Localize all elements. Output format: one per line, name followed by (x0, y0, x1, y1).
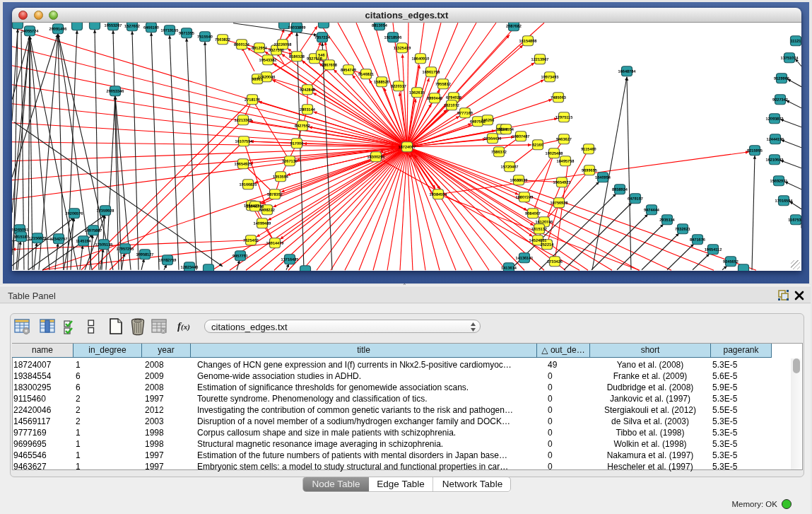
svg-text:14136141: 14136141 (516, 255, 534, 259)
svg-text:16210643: 16210643 (766, 157, 784, 161)
svg-text:7632621: 7632621 (675, 226, 690, 230)
svg-text:1733426: 1733426 (547, 259, 563, 263)
svg-text:17957255: 17957255 (117, 246, 134, 250)
svg-text:3267130: 3267130 (282, 158, 298, 163)
svg-text:2867608: 2867608 (322, 62, 337, 66)
svg-text:12444195: 12444195 (767, 136, 784, 141)
svg-text:10756928: 10756928 (551, 200, 568, 204)
svg-text:18300295: 18300295 (367, 154, 385, 158)
svg-text:12975115: 12975115 (555, 115, 573, 119)
svg-text:1621072: 1621072 (444, 103, 459, 107)
svg-text:16033809: 16033809 (288, 25, 306, 29)
svg-text:16120746: 16120746 (536, 219, 553, 223)
svg-text:19654925: 19654925 (235, 161, 252, 165)
svg-text:11325419: 11325419 (394, 45, 411, 49)
svg-text:12342757: 12342757 (50, 236, 68, 240)
svg-text:10973493: 10973493 (541, 74, 559, 78)
svg-text:11121: 11121 (791, 38, 801, 42)
svg-text:1353594: 1353594 (273, 174, 289, 178)
svg-text:16154808: 16154808 (519, 38, 537, 42)
svg-text:12823446: 12823446 (181, 264, 199, 269)
svg-text:9242848: 9242848 (300, 87, 315, 91)
svg-text:5498222: 5498222 (259, 207, 275, 211)
svg-text:9777169: 9777169 (457, 110, 473, 115)
svg-text:17016504: 17016504 (775, 198, 794, 202)
svg-text:1362615: 1362615 (409, 90, 425, 94)
svg-text:1640954: 1640954 (595, 175, 611, 179)
svg-text:1615132: 1615132 (531, 226, 547, 230)
svg-text:7625402: 7625402 (243, 238, 259, 242)
svg-text:9671355: 9671355 (179, 30, 194, 35)
svg-text:8427552: 8427552 (295, 123, 310, 127)
svg-text:14099489: 14099489 (254, 221, 271, 225)
svg-text:10553267: 10553267 (105, 23, 122, 27)
svg-text:16107554: 16107554 (235, 139, 254, 143)
svg-text:15692971: 15692971 (770, 178, 788, 182)
svg-text:18495758: 18495758 (557, 158, 575, 163)
svg-text:6479197: 6479197 (628, 196, 643, 200)
svg-text:23226058: 23226058 (274, 42, 292, 46)
svg-text:7485063: 7485063 (551, 95, 566, 99)
svg-text:10807487: 10807487 (512, 134, 530, 138)
svg-text:10719155: 10719155 (161, 28, 179, 32)
svg-text:20053346: 20053346 (107, 88, 124, 93)
svg-text:3915187: 3915187 (13, 234, 29, 238)
svg-text:10543382: 10543382 (259, 57, 277, 62)
svg-text:2935114: 2935114 (659, 217, 675, 221)
svg-text:7563822: 7563822 (215, 37, 230, 41)
svg-text:8215955: 8215955 (747, 148, 763, 152)
svg-text:9463627: 9463627 (556, 136, 572, 141)
svg-text:9245652: 9245652 (723, 259, 739, 263)
svg-text:13716485: 13716485 (281, 257, 299, 261)
svg-text:9457791: 9457791 (233, 253, 248, 257)
svg-text:2803144: 2803144 (300, 107, 316, 111)
svg-text:13751074: 13751074 (781, 55, 799, 59)
svg-text:917006: 917006 (290, 141, 304, 145)
svg-text:9699695: 9699695 (582, 168, 597, 172)
svg-text:26265051: 26265051 (12, 227, 28, 231)
svg-text:14524851: 14524851 (529, 238, 547, 242)
svg-text:19218506: 19218506 (384, 35, 402, 39)
svg-text:12505135: 12505135 (95, 242, 113, 246)
svg-text:6794028: 6794028 (446, 95, 461, 99)
svg-text:1588520: 1588520 (374, 79, 389, 83)
svg-text:9227342: 9227342 (772, 97, 788, 101)
svg-text:8220317: 8220317 (391, 83, 406, 88)
svg-text:98961: 98961 (252, 76, 263, 81)
svg-text:12156829: 12156829 (29, 235, 47, 240)
svg-text:12213369: 12213369 (235, 117, 252, 122)
svg-text:10688639: 10688639 (510, 177, 528, 182)
svg-text:9129966: 9129966 (774, 76, 789, 80)
svg-text:16648784: 16648784 (618, 69, 637, 73)
svg-text:12093872: 12093872 (766, 116, 784, 120)
svg-text:9084067: 9084067 (525, 211, 541, 215)
svg-text:19654923: 19654923 (553, 180, 571, 184)
svg-text:15720407: 15720407 (501, 164, 519, 168)
svg-text:10958127: 10958127 (136, 252, 154, 256)
svg-text:1413614: 1413614 (501, 265, 517, 269)
svg-text:5878352: 5878352 (267, 192, 283, 196)
svg-text:2718176: 2718176 (245, 97, 260, 101)
svg-text:16961758: 16961758 (423, 69, 440, 74)
svg-text:9327500: 9327500 (269, 47, 284, 52)
svg-text:20091406: 20091406 (49, 26, 67, 30)
svg-text:3624554: 3624554 (498, 127, 514, 131)
svg-text:20206576: 20206576 (66, 211, 83, 215)
svg-text:252214: 252214 (541, 242, 555, 246)
svg-text:20364436: 20364436 (484, 136, 502, 140)
svg-text:8813054: 8813054 (372, 23, 388, 27)
svg-text:8471676: 8471676 (690, 237, 705, 241)
svg-text:9115460: 9115460 (581, 146, 596, 151)
svg-text:9146821: 9146821 (358, 71, 374, 76)
svg-text:10654112: 10654112 (705, 247, 722, 251)
svg-text:7386372: 7386372 (491, 149, 507, 153)
svg-text:18640910: 18640910 (412, 56, 430, 60)
svg-text:12213967: 12213967 (531, 57, 549, 61)
svg-text:14055724: 14055724 (21, 28, 40, 33)
svg-text:1167534: 1167534 (788, 217, 801, 221)
svg-text:2087682: 2087682 (506, 23, 522, 28)
svg-text:8990448: 8990448 (427, 95, 442, 100)
svg-text:19166825: 19166825 (240, 182, 257, 186)
svg-text:17359928: 17359928 (97, 208, 114, 212)
svg-text:6466160: 6466160 (143, 25, 159, 29)
